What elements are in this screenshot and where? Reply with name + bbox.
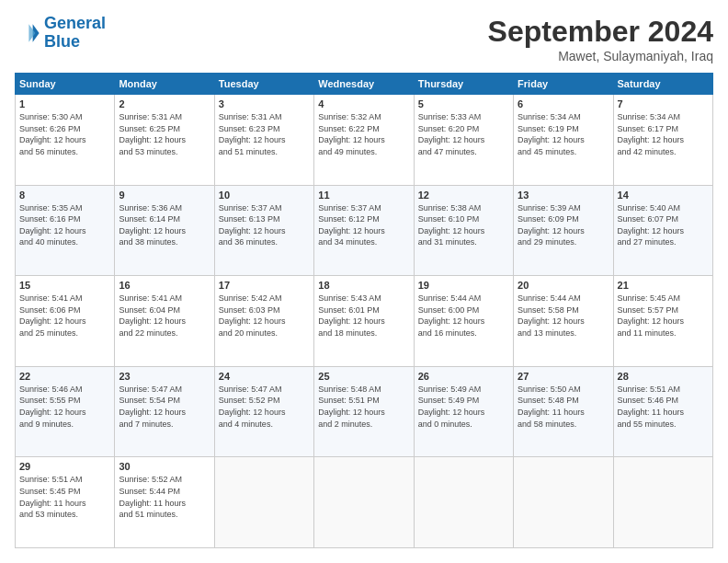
day-info: Sunrise: 5:34 AM Sunset: 6:19 PM Dayligh… — [518, 111, 609, 157]
weekday-header-thursday: Thursday — [414, 74, 513, 95]
calendar-cell — [514, 457, 613, 548]
calendar-cell: 19Sunrise: 5:44 AM Sunset: 6:00 PM Dayli… — [414, 276, 513, 367]
calendar-cell: 15Sunrise: 5:41 AM Sunset: 6:06 PM Dayli… — [16, 276, 115, 367]
calendar-cell: 28Sunrise: 5:51 AM Sunset: 5:46 PM Dayli… — [613, 366, 712, 457]
calendar-cell: 21Sunrise: 5:45 AM Sunset: 5:57 PM Dayli… — [613, 276, 712, 367]
page: General Blue September 2024 Mawet, Sulay… — [0, 0, 728, 563]
week-row-4: 22Sunrise: 5:46 AM Sunset: 5:55 PM Dayli… — [16, 366, 713, 457]
day-number: 5 — [418, 98, 509, 109]
calendar-cell: 13Sunrise: 5:39 AM Sunset: 6:09 PM Dayli… — [514, 185, 613, 276]
day-number: 27 — [518, 371, 609, 382]
day-info: Sunrise: 5:41 AM Sunset: 6:04 PM Dayligh… — [119, 293, 210, 339]
day-number: 28 — [618, 371, 709, 382]
day-number: 21 — [618, 280, 709, 291]
week-row-5: 29Sunrise: 5:51 AM Sunset: 5:45 PM Dayli… — [16, 457, 713, 548]
day-number: 14 — [618, 190, 709, 201]
location: Mawet, Sulaymaniyah, Iraq — [488, 49, 713, 63]
calendar-cell: 12Sunrise: 5:38 AM Sunset: 6:10 PM Dayli… — [414, 185, 513, 276]
weekday-header-monday: Monday — [115, 74, 214, 95]
day-info: Sunrise: 5:47 AM Sunset: 5:54 PM Dayligh… — [119, 384, 210, 430]
calendar-cell: 3Sunrise: 5:31 AM Sunset: 6:23 PM Daylig… — [214, 95, 313, 186]
day-number: 15 — [19, 280, 110, 291]
day-info: Sunrise: 5:37 AM Sunset: 6:13 PM Dayligh… — [219, 202, 310, 248]
day-info: Sunrise: 5:46 AM Sunset: 5:55 PM Dayligh… — [19, 384, 110, 430]
calendar-cell: 17Sunrise: 5:42 AM Sunset: 6:03 PM Dayli… — [214, 276, 313, 367]
day-info: Sunrise: 5:43 AM Sunset: 6:01 PM Dayligh… — [318, 293, 409, 339]
day-info: Sunrise: 5:48 AM Sunset: 5:51 PM Dayligh… — [318, 384, 409, 430]
day-number: 11 — [318, 190, 409, 201]
weekday-header-friday: Friday — [514, 74, 613, 95]
calendar-cell: 1Sunrise: 5:30 AM Sunset: 6:26 PM Daylig… — [16, 95, 115, 186]
day-number: 29 — [19, 461, 110, 472]
day-info: Sunrise: 5:37 AM Sunset: 6:12 PM Dayligh… — [318, 202, 409, 248]
calendar-cell: 5Sunrise: 5:33 AM Sunset: 6:20 PM Daylig… — [414, 95, 513, 186]
logo-icon — [15, 20, 40, 46]
day-info: Sunrise: 5:35 AM Sunset: 6:16 PM Dayligh… — [19, 202, 110, 248]
day-info: Sunrise: 5:40 AM Sunset: 6:07 PM Dayligh… — [618, 202, 709, 248]
day-number: 3 — [219, 98, 310, 109]
calendar-table: SundayMondayTuesdayWednesdayThursdayFrid… — [15, 73, 713, 548]
day-info: Sunrise: 5:33 AM Sunset: 6:20 PM Dayligh… — [418, 111, 509, 157]
day-number: 6 — [518, 98, 609, 109]
day-info: Sunrise: 5:47 AM Sunset: 5:52 PM Dayligh… — [219, 384, 310, 430]
day-number: 23 — [119, 371, 210, 382]
day-number: 22 — [19, 371, 110, 382]
day-number: 26 — [418, 371, 509, 382]
day-info: Sunrise: 5:41 AM Sunset: 6:06 PM Dayligh… — [19, 293, 110, 339]
day-number: 1 — [19, 98, 110, 109]
logo-line1: General — [44, 14, 106, 32]
day-number: 7 — [618, 98, 709, 109]
day-number: 9 — [119, 190, 210, 201]
day-info: Sunrise: 5:30 AM Sunset: 6:26 PM Dayligh… — [19, 111, 110, 157]
calendar-cell: 20Sunrise: 5:44 AM Sunset: 5:58 PM Dayli… — [514, 276, 613, 367]
logo-line2: Blue — [44, 32, 80, 51]
calendar-cell: 22Sunrise: 5:46 AM Sunset: 5:55 PM Dayli… — [16, 366, 115, 457]
calendar-cell: 16Sunrise: 5:41 AM Sunset: 6:04 PM Dayli… — [115, 276, 214, 367]
calendar-cell — [214, 457, 313, 548]
calendar-cell: 7Sunrise: 5:34 AM Sunset: 6:17 PM Daylig… — [613, 95, 712, 186]
logo-text: General Blue — [44, 15, 106, 52]
calendar-cell: 9Sunrise: 5:36 AM Sunset: 6:14 PM Daylig… — [115, 185, 214, 276]
calendar-cell — [314, 457, 414, 548]
day-number: 17 — [219, 280, 310, 291]
day-number: 10 — [219, 190, 310, 201]
calendar-cell: 25Sunrise: 5:48 AM Sunset: 5:51 PM Dayli… — [314, 366, 414, 457]
day-number: 20 — [518, 280, 609, 291]
calendar-cell: 23Sunrise: 5:47 AM Sunset: 5:54 PM Dayli… — [115, 366, 214, 457]
calendar-cell — [414, 457, 513, 548]
day-info: Sunrise: 5:31 AM Sunset: 6:25 PM Dayligh… — [119, 111, 210, 157]
day-info: Sunrise: 5:51 AM Sunset: 5:45 PM Dayligh… — [19, 474, 110, 520]
day-number: 25 — [318, 371, 409, 382]
logo: General Blue — [15, 15, 106, 52]
calendar-cell: 26Sunrise: 5:49 AM Sunset: 5:49 PM Dayli… — [414, 366, 513, 457]
calendar-cell: 2Sunrise: 5:31 AM Sunset: 6:25 PM Daylig… — [115, 95, 214, 186]
title-area: September 2024 Mawet, Sulaymaniyah, Iraq — [488, 15, 713, 63]
day-info: Sunrise: 5:44 AM Sunset: 5:58 PM Dayligh… — [518, 293, 609, 339]
calendar-cell: 29Sunrise: 5:51 AM Sunset: 5:45 PM Dayli… — [16, 457, 115, 548]
day-info: Sunrise: 5:51 AM Sunset: 5:46 PM Dayligh… — [618, 384, 709, 430]
header: General Blue September 2024 Mawet, Sulay… — [15, 15, 713, 63]
weekday-header-wednesday: Wednesday — [314, 74, 414, 95]
day-number: 18 — [318, 280, 409, 291]
day-info: Sunrise: 5:52 AM Sunset: 5:44 PM Dayligh… — [119, 474, 210, 520]
week-row-2: 8Sunrise: 5:35 AM Sunset: 6:16 PM Daylig… — [16, 185, 713, 276]
weekday-header-row: SundayMondayTuesdayWednesdayThursdayFrid… — [16, 74, 713, 95]
calendar-cell — [613, 457, 712, 548]
day-number: 4 — [318, 98, 409, 109]
day-info: Sunrise: 5:44 AM Sunset: 6:00 PM Dayligh… — [418, 293, 509, 339]
day-info: Sunrise: 5:50 AM Sunset: 5:48 PM Dayligh… — [518, 384, 609, 430]
calendar-cell: 24Sunrise: 5:47 AM Sunset: 5:52 PM Dayli… — [214, 366, 313, 457]
day-info: Sunrise: 5:31 AM Sunset: 6:23 PM Dayligh… — [219, 111, 310, 157]
day-number: 24 — [219, 371, 310, 382]
day-number: 16 — [119, 280, 210, 291]
day-info: Sunrise: 5:39 AM Sunset: 6:09 PM Dayligh… — [518, 202, 609, 248]
day-info: Sunrise: 5:42 AM Sunset: 6:03 PM Dayligh… — [219, 293, 310, 339]
calendar-cell: 14Sunrise: 5:40 AM Sunset: 6:07 PM Dayli… — [613, 185, 712, 276]
calendar-cell: 11Sunrise: 5:37 AM Sunset: 6:12 PM Dayli… — [314, 185, 414, 276]
day-info: Sunrise: 5:36 AM Sunset: 6:14 PM Dayligh… — [119, 202, 210, 248]
day-info: Sunrise: 5:49 AM Sunset: 5:49 PM Dayligh… — [418, 384, 509, 430]
week-row-1: 1Sunrise: 5:30 AM Sunset: 6:26 PM Daylig… — [16, 95, 713, 186]
day-number: 30 — [119, 461, 210, 472]
month-title: September 2024 — [488, 15, 713, 49]
calendar-cell: 18Sunrise: 5:43 AM Sunset: 6:01 PM Dayli… — [314, 276, 414, 367]
